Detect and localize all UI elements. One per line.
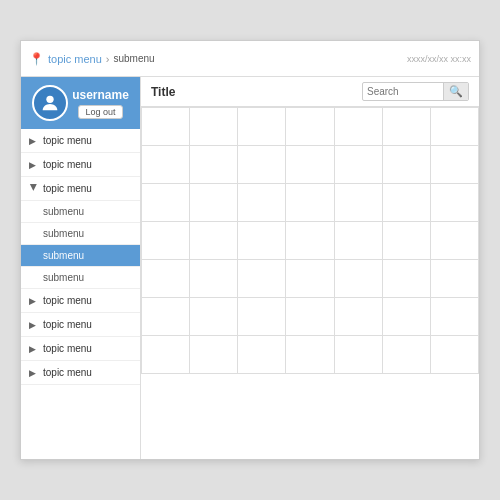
table-cell[interactable]	[382, 184, 430, 222]
search-button[interactable]: 🔍	[443, 83, 468, 100]
breadcrumb-root[interactable]: topic menu	[48, 53, 102, 65]
submenu-label-1: submenu	[43, 206, 84, 217]
breadcrumb-sub: submenu	[113, 53, 154, 64]
table-cell[interactable]	[190, 298, 238, 336]
table-cell[interactable]	[334, 184, 382, 222]
table-row	[142, 298, 479, 336]
table-cell[interactable]	[286, 298, 334, 336]
table-cell[interactable]	[142, 336, 190, 374]
submenu-item-1[interactable]: submenu	[21, 201, 140, 223]
table-cell[interactable]	[334, 108, 382, 146]
table-row	[142, 260, 479, 298]
sidebar-item-1[interactable]: ▶ topic menu	[21, 129, 140, 153]
app-container: 📍 topic menu › submenu xxxx/xx/xx xx:xx	[20, 40, 480, 460]
table-cell[interactable]	[238, 336, 286, 374]
sidebar-item-label-3: topic menu	[43, 183, 92, 194]
table-cell[interactable]	[238, 108, 286, 146]
submenu-label-4: submenu	[43, 272, 84, 283]
location-icon: 📍	[29, 52, 44, 66]
sidebar-user: username Log out	[21, 77, 140, 129]
search-box: 🔍	[362, 82, 469, 101]
table-cell[interactable]	[142, 260, 190, 298]
breadcrumb: 📍 topic menu › submenu	[29, 52, 401, 66]
table-cell[interactable]	[190, 108, 238, 146]
table-cell[interactable]	[382, 298, 430, 336]
table-cell[interactable]	[142, 108, 190, 146]
table-cell[interactable]	[382, 222, 430, 260]
sidebar: username Log out ▶ topic menu ▶ topic me…	[21, 77, 141, 459]
sidebar-item-5[interactable]: ▶ topic menu	[21, 313, 140, 337]
table-cell[interactable]	[430, 222, 478, 260]
content-toolbar: Title 🔍	[141, 77, 479, 107]
user-row: username Log out	[32, 85, 129, 121]
table-cell[interactable]	[190, 184, 238, 222]
table	[141, 107, 479, 374]
table-cell[interactable]	[382, 336, 430, 374]
sidebar-item-3[interactable]: ▶ topic menu	[21, 177, 140, 201]
table-cell[interactable]	[286, 260, 334, 298]
table-cell[interactable]	[430, 336, 478, 374]
arrow-icon-7: ▶	[29, 368, 39, 378]
sidebar-item-7[interactable]: ▶ topic menu	[21, 361, 140, 385]
table-cell[interactable]	[190, 146, 238, 184]
table-cell[interactable]	[430, 298, 478, 336]
sidebar-item-2[interactable]: ▶ topic menu	[21, 153, 140, 177]
content-title: Title	[151, 85, 354, 99]
table-cell[interactable]	[430, 108, 478, 146]
sidebar-item-label-4: topic menu	[43, 295, 92, 306]
table-cell[interactable]	[334, 146, 382, 184]
sidebar-item-4[interactable]: ▶ topic menu	[21, 289, 140, 313]
arrow-icon-4: ▶	[29, 296, 39, 306]
data-table	[141, 107, 479, 459]
logout-button[interactable]: Log out	[78, 105, 122, 119]
table-cell[interactable]	[142, 298, 190, 336]
sidebar-item-label-2: topic menu	[43, 159, 92, 170]
table-cell[interactable]	[142, 146, 190, 184]
table-cell[interactable]	[238, 146, 286, 184]
table-cell[interactable]	[334, 298, 382, 336]
table-cell[interactable]	[286, 222, 334, 260]
table-cell[interactable]	[142, 184, 190, 222]
table-cell[interactable]	[238, 260, 286, 298]
arrow-icon-1: ▶	[29, 136, 39, 146]
username-label: username	[72, 88, 129, 102]
table-cell[interactable]	[286, 146, 334, 184]
arrow-icon-5: ▶	[29, 320, 39, 330]
submenu-label-3: submenu	[43, 250, 84, 261]
avatar	[32, 85, 68, 121]
table-cell[interactable]	[142, 222, 190, 260]
breadcrumb-separator: ›	[106, 53, 110, 65]
table-cell[interactable]	[382, 146, 430, 184]
submenu-item-3-active[interactable]: submenu	[21, 245, 140, 267]
table-cell[interactable]	[430, 260, 478, 298]
table-cell[interactable]	[238, 222, 286, 260]
header: 📍 topic menu › submenu xxxx/xx/xx xx:xx	[21, 41, 479, 77]
table-cell[interactable]	[286, 108, 334, 146]
table-cell[interactable]	[238, 184, 286, 222]
sidebar-item-6[interactable]: ▶ topic menu	[21, 337, 140, 361]
table-cell[interactable]	[190, 222, 238, 260]
search-input[interactable]	[363, 84, 443, 99]
arrow-icon-3: ▶	[29, 184, 39, 194]
submenu-item-2[interactable]: submenu	[21, 223, 140, 245]
table-cell[interactable]	[190, 260, 238, 298]
table-cell[interactable]	[238, 298, 286, 336]
table-cell[interactable]	[286, 336, 334, 374]
table-row	[142, 108, 479, 146]
table-cell[interactable]	[430, 146, 478, 184]
table-cell[interactable]	[334, 336, 382, 374]
table-cell[interactable]	[190, 336, 238, 374]
table-row	[142, 222, 479, 260]
table-cell[interactable]	[382, 260, 430, 298]
table-cell[interactable]	[382, 108, 430, 146]
submenu-item-4[interactable]: submenu	[21, 267, 140, 289]
table-cell[interactable]	[430, 184, 478, 222]
table-cell[interactable]	[286, 184, 334, 222]
header-date: xxxx/xx/xx xx:xx	[407, 54, 471, 64]
sidebar-item-label-5: topic menu	[43, 319, 92, 330]
table-cell[interactable]	[334, 222, 382, 260]
user-info: username Log out	[72, 88, 129, 119]
sidebar-item-label-1: topic menu	[43, 135, 92, 146]
submenu-label-2: submenu	[43, 228, 84, 239]
table-cell[interactable]	[334, 260, 382, 298]
